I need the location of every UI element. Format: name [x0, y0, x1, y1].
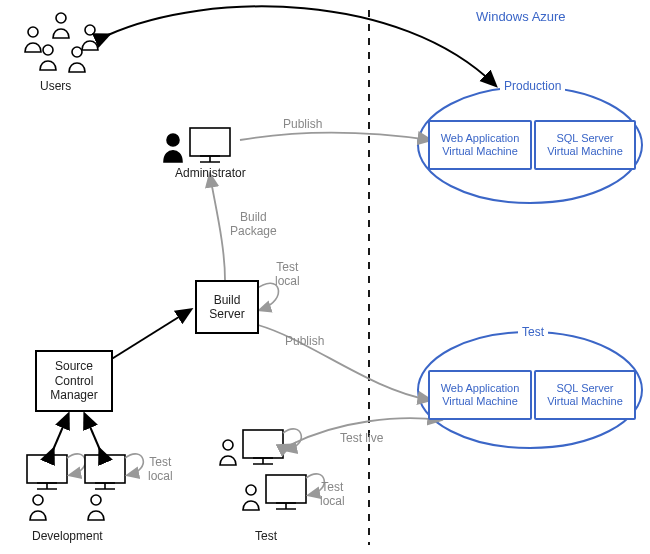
test-live-label: Test live [340, 432, 383, 446]
users-label: Users [40, 80, 71, 94]
admin-publish-arrow [240, 133, 430, 141]
publish-label-2: Publish [285, 335, 324, 349]
publish-label-1: Publish [283, 118, 322, 132]
dev-testlocal-label: Test local [148, 455, 173, 484]
test-label: Test [255, 530, 277, 544]
svg-point-4 [72, 47, 82, 57]
svg-point-11 [223, 440, 233, 450]
svg-point-9 [33, 495, 43, 505]
buildserver-testlocal-label: Test local [275, 260, 300, 289]
users-icon-cluster [25, 13, 98, 72]
svg-rect-7 [27, 455, 67, 483]
dev-scm-arrow1 [53, 415, 68, 450]
admin-label: Administrator [175, 167, 246, 181]
dev-scm-arrow2 [85, 415, 100, 450]
svg-rect-6 [190, 128, 230, 156]
test-testlocal-label: Test local [320, 480, 345, 509]
admin-icon [164, 128, 230, 162]
prod-webapp-vm: Web Application Virtual Machine [428, 120, 532, 170]
users-production-arrow [108, 6, 495, 85]
svg-rect-8 [85, 455, 125, 483]
svg-rect-12 [243, 430, 283, 458]
dev-label: Development [32, 530, 103, 544]
svg-rect-14 [266, 475, 306, 503]
svg-point-1 [56, 13, 66, 23]
scm-build-arrow [110, 310, 190, 360]
test-webapp-vm: Web Application Virtual Machine [428, 370, 532, 420]
build-package-arrow [210, 175, 225, 280]
build-publish-test-arrow [258, 325, 430, 400]
svg-point-10 [91, 495, 101, 505]
svg-point-2 [85, 25, 95, 35]
dev-monitors [27, 454, 143, 489]
scm-box: Source Control Manager [35, 350, 113, 412]
test-sql-vm: SQL Server Virtual Machine [534, 370, 636, 420]
build-package-label: Build Package [230, 210, 277, 239]
test-monitors [220, 429, 324, 510]
azure-title: Windows Azure [476, 10, 566, 25]
svg-point-5 [167, 134, 179, 146]
svg-point-0 [28, 27, 38, 37]
production-label: Production [500, 80, 565, 94]
build-server-box: Build Server [195, 280, 259, 334]
dev-people [30, 495, 104, 520]
test-env-label: Test [518, 326, 548, 340]
svg-point-3 [43, 45, 53, 55]
prod-sql-vm: SQL Server Virtual Machine [534, 120, 636, 170]
svg-point-13 [246, 485, 256, 495]
